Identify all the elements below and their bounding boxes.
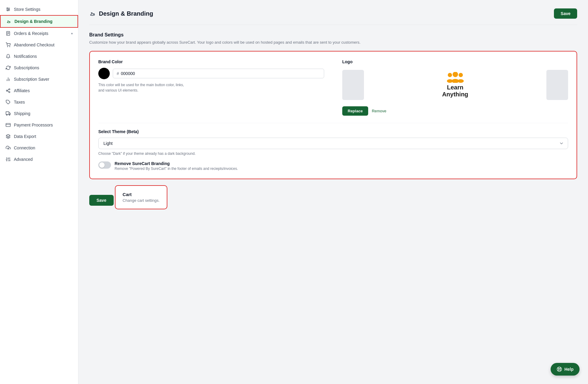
advanced-sliders-icon — [5, 157, 11, 162]
color-input-row: # — [98, 68, 324, 79]
replace-logo-button[interactable]: Replace — [342, 106, 368, 116]
refresh-icon — [5, 65, 11, 70]
theme-label: Select Theme (Beta) — [98, 129, 568, 134]
help-icon — [557, 367, 562, 372]
cloud-upload-icon — [5, 145, 11, 151]
svg-point-40 — [459, 73, 463, 77]
remove-branding-label: Remove SureCart Branding — [115, 161, 238, 166]
svg-line-49 — [560, 368, 561, 369]
svg-point-38 — [448, 73, 452, 77]
color-swatch[interactable] — [98, 68, 110, 79]
sidebar-label-design-branding: Design & Branding — [14, 19, 52, 24]
logo-text-anything: Anything — [442, 91, 468, 98]
svg-point-43 — [458, 79, 464, 83]
design-branding-header-icon — [89, 10, 96, 17]
svg-line-18 — [8, 91, 9, 92]
logo-placeholder-right — [546, 70, 568, 100]
sidebar-label-affiliates: Affiliates — [14, 88, 30, 93]
logo-placeholder-left — [342, 70, 364, 100]
brand-color-section: Brand Color # This color will be used fo… — [98, 59, 324, 116]
logo-main-area: Learn Anything — [366, 68, 544, 102]
sidebar-item-notifications[interactable]: Notifications — [0, 51, 78, 62]
remove-branding-toggle[interactable] — [98, 161, 111, 169]
sidebar-item-taxes[interactable]: Taxes — [0, 96, 78, 108]
sidebar-label-notifications: Notifications — [14, 54, 37, 59]
brand-card: Brand Color # This color will be used fo… — [89, 51, 577, 179]
bar-chart-icon — [5, 76, 11, 82]
save-header-button[interactable]: Save — [554, 8, 577, 19]
cart-icon — [5, 42, 11, 48]
save-bottom-button[interactable]: Save — [89, 195, 114, 206]
sidebar-item-advanced[interactable]: Advanced — [0, 154, 78, 165]
svg-point-5 — [7, 10, 8, 11]
sidebar-label-subscriptions: Subscriptions — [14, 65, 39, 70]
sidebar-label-payment-processors: Payment Processors — [14, 123, 53, 127]
cart-card-description: Change cart settings. — [123, 198, 160, 203]
sidebar-item-affiliates[interactable]: Affiliates — [0, 85, 78, 96]
main-content: Design & Branding Save Brand Settings Cu… — [78, 0, 588, 384]
sidebar-item-abandoned-checkout[interactable]: Abandoned Checkout — [0, 39, 78, 51]
sidebar-label-store-settings: Store Settings — [14, 7, 40, 12]
svg-point-4 — [8, 9, 9, 10]
svg-line-50 — [558, 370, 558, 371]
svg-point-11 — [10, 46, 10, 47]
sidebar-item-connection[interactable]: Connection — [0, 142, 78, 154]
bell-icon — [5, 54, 11, 59]
svg-marker-27 — [6, 134, 10, 136]
page-header: Design & Branding Save — [89, 8, 577, 19]
sidebar-label-connection: Connection — [14, 145, 35, 150]
logo-section: Logo — [342, 59, 568, 116]
sidebar-label-taxes: Taxes — [14, 100, 25, 105]
sidebar-label-advanced: Advanced — [14, 157, 33, 162]
svg-line-46 — [558, 368, 558, 369]
logo-people-icon — [446, 72, 464, 83]
sidebar-item-payment-processors[interactable]: Payment Processors — [0, 119, 78, 131]
layers-icon — [5, 134, 11, 139]
svg-line-47 — [560, 370, 561, 371]
truck-icon — [5, 111, 11, 116]
brand-settings-description: Customize how your brand appears globall… — [89, 39, 577, 45]
svg-point-24 — [9, 114, 10, 115]
cart-card: Cart Change cart settings. — [115, 185, 168, 209]
sidebar-label-data-export: Data Export — [14, 134, 36, 139]
brand-settings-section: Brand Settings Customize how your brand … — [89, 32, 577, 179]
sidebar-item-subscription-saver[interactable]: Subscription Saver — [0, 73, 78, 85]
theme-hint: Choose "Dark" if your theme already has … — [98, 151, 568, 156]
help-button[interactable]: Help — [551, 363, 580, 376]
help-label: Help — [564, 367, 574, 372]
sidebar-item-store-settings[interactable]: Store Settings — [0, 4, 78, 15]
svg-marker-22 — [9, 113, 11, 114]
sidebar-item-data-export[interactable]: Data Export — [0, 131, 78, 142]
logo-text-learn: Learn — [442, 84, 468, 91]
credit-card-icon — [5, 122, 11, 128]
brand-color-label: Brand Color — [98, 59, 324, 64]
sidebar-label-orders-receipts: Orders & Receipts — [14, 31, 48, 36]
svg-line-19 — [8, 89, 9, 90]
svg-point-3 — [7, 8, 8, 9]
sidebar-item-subscriptions[interactable]: Subscriptions — [0, 62, 78, 73]
remove-logo-button[interactable]: Remove — [372, 109, 386, 113]
svg-point-23 — [6, 114, 7, 115]
page-title-area: Design & Branding — [89, 10, 153, 17]
sidebar-label-subscription-saver: Subscription Saver — [14, 77, 49, 82]
theme-section: Select Theme (Beta) Light Dark Choose "D… — [98, 123, 568, 171]
sliders-icon — [5, 7, 11, 12]
color-hex-input[interactable] — [121, 71, 320, 76]
svg-point-10 — [7, 46, 8, 47]
remove-branding-desc: Remove "Powered By SureCart" in the foot… — [115, 167, 238, 171]
sidebar-item-design-branding[interactable]: Design & Branding — [0, 15, 78, 28]
logo-preview-row: Learn Anything — [342, 68, 568, 102]
color-text-input-wrapper: # — [113, 69, 324, 78]
sidebar-item-orders-receipts[interactable]: Orders & Receipts — [0, 28, 78, 39]
logo-label: Logo — [342, 59, 568, 64]
sidebar-label-abandoned-checkout: Abandoned Checkout — [14, 42, 55, 47]
svg-rect-21 — [6, 112, 9, 114]
brush-icon — [6, 19, 11, 24]
sidebar-item-shipping[interactable]: Shipping — [0, 108, 78, 119]
svg-rect-25 — [6, 123, 11, 127]
share-icon — [5, 88, 11, 93]
remove-branding-row: Remove SureCart Branding Remove "Powered… — [98, 161, 568, 171]
svg-point-39 — [453, 72, 458, 77]
brand-settings-title: Brand Settings — [89, 32, 577, 38]
theme-select[interactable]: Light Dark — [98, 138, 568, 149]
